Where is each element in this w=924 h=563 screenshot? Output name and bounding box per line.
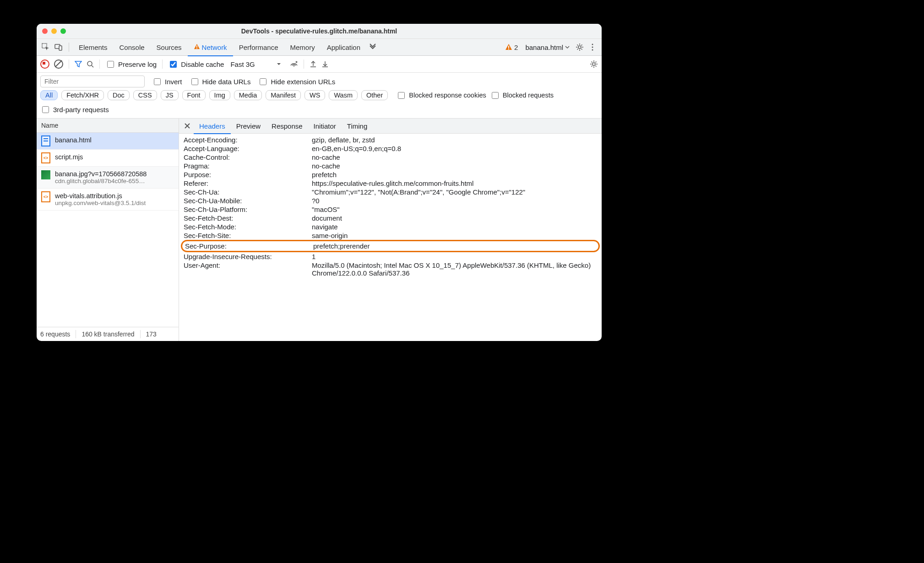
header-value: "macOS" — [312, 206, 597, 213]
tab-console[interactable]: Console — [114, 39, 151, 55]
disable-cache-checkbox[interactable]: Disable cache — [168, 60, 224, 69]
request-row[interactable]: banana.jpg?v=1705668720588cdn.glitch.glo… — [37, 167, 179, 189]
blocked-requests-checkbox[interactable]: Blocked requests — [490, 91, 554, 100]
request-row[interactable]: banana.html — [37, 133, 179, 150]
status-requests: 6 requests — [40, 330, 70, 338]
header-key: Referer: — [184, 179, 312, 187]
throttling-select[interactable]: Fast 3G — [228, 60, 285, 68]
header-value: https://speculative-rules.glitch.me/comm… — [312, 179, 597, 187]
devtools-window: DevTools - speculative-rules.glitch.me/b… — [37, 24, 602, 341]
header-value: Mozilla/5.0 (Macintosh; Intel Mac OS X 1… — [312, 261, 597, 277]
status-bar: 6 requests 160 kB transferred 173 — [37, 327, 179, 341]
img-file-icon — [41, 170, 50, 179]
context-selector[interactable]: banana.html — [522, 43, 573, 51]
header-row: Accept-Encoding:gzip, deflate, br, zstd — [184, 135, 597, 144]
type-chip-fetchxhr[interactable]: Fetch/XHR — [61, 90, 104, 100]
header-row: Upgrade-Insecure-Requests:1 — [184, 252, 597, 261]
request-list: banana.html<>script.mjsbanana.jpg?v=1705… — [37, 133, 179, 327]
header-row: Sec-Ch-Ua-Mobile:?0 — [184, 196, 597, 205]
header-row: Sec-Ch-Ua:"Chromium";v="122", "Not(A:Bra… — [184, 188, 597, 196]
header-value: prefetch;prerender — [313, 242, 596, 250]
type-chip-ws[interactable]: WS — [304, 90, 325, 100]
warnings-indicator[interactable]: 2 — [501, 43, 522, 51]
type-chip-doc[interactable]: Doc — [108, 90, 130, 100]
header-key: Accept-Encoding: — [184, 136, 312, 144]
type-chip-js[interactable]: JS — [161, 90, 179, 100]
tab-label: Elements — [79, 43, 108, 51]
header-key: Accept-Language: — [184, 145, 312, 152]
hide-data-urls-checkbox[interactable]: Hide data URLs — [190, 77, 251, 87]
tab-label: Application — [327, 43, 360, 51]
header-value: "Chromium";v="122", "Not(A:Brand";v="24"… — [312, 188, 597, 196]
detail-tab-initiator[interactable]: Initiator — [308, 119, 342, 133]
tab-application[interactable]: Application — [321, 39, 366, 55]
tab-sources[interactable]: Sources — [151, 39, 188, 55]
header-key: Sec-Fetch-Mode: — [184, 223, 312, 231]
detail-tab-preview[interactable]: Preview — [231, 119, 266, 133]
request-row[interactable]: <>script.mjs — [37, 150, 179, 167]
third-party-checkbox[interactable]: 3rd-party requests — [40, 105, 109, 114]
titlebar: DevTools - speculative-rules.glitch.me/b… — [37, 24, 602, 39]
preserve-log-checkbox[interactable]: Preserve log — [105, 60, 157, 69]
window-title: DevTools - speculative-rules.glitch.me/b… — [37, 27, 602, 35]
type-chip-img[interactable]: Img — [209, 90, 230, 100]
tab-memory[interactable]: Memory — [284, 39, 321, 55]
third-party-row: 3rd-party requests — [37, 103, 602, 119]
detail-tab-headers[interactable]: Headers — [194, 119, 231, 134]
svg-point-8 — [592, 44, 593, 45]
type-chip-all[interactable]: All — [40, 90, 58, 100]
header-value: 1 — [312, 253, 597, 260]
header-row: Referer:https://speculative-rules.glitch… — [184, 179, 597, 188]
clear-button[interactable] — [54, 60, 63, 69]
type-chip-font[interactable]: Font — [182, 90, 206, 100]
upload-har-icon[interactable] — [310, 60, 317, 68]
filter-input[interactable] — [40, 76, 145, 87]
tab-label: Console — [120, 43, 145, 51]
header-key: Sec-Ch-Ua: — [184, 188, 312, 196]
inspect-icon[interactable] — [39, 43, 52, 51]
invert-checkbox[interactable]: Invert — [152, 77, 182, 87]
svg-point-9 — [592, 47, 593, 48]
header-row: Accept-Language:en-GB,en-US;q=0.9,en;q=0… — [184, 144, 597, 153]
type-chip-css[interactable]: CSS — [133, 90, 157, 100]
blocked-cookies-checkbox[interactable]: Blocked response cookies — [396, 91, 486, 100]
tab-performance[interactable]: Performance — [233, 39, 284, 55]
svg-rect-6 — [508, 49, 509, 49]
detail-tab-response[interactable]: Response — [266, 119, 308, 133]
filter-row: Invert Hide data URLs Hide extension URL… — [37, 73, 602, 89]
js-file-icon: <> — [41, 192, 50, 201]
tab-elements[interactable]: Elements — [73, 39, 114, 55]
type-chip-wasm[interactable]: Wasm — [329, 90, 358, 100]
device-toggle-icon[interactable] — [52, 43, 65, 51]
request-row[interactable]: <>web-vitals.attribution.jsunpkg.com/web… — [37, 189, 179, 211]
request-domain: cdn.glitch.global/87b4c0fe-655… — [55, 178, 147, 184]
details-panel: HeadersPreviewResponseInitiatorTiming Ac… — [179, 119, 602, 341]
type-chip-media[interactable]: Media — [234, 90, 262, 100]
settings-icon[interactable] — [573, 43, 586, 51]
type-chip-other[interactable]: Other — [361, 90, 388, 100]
hide-ext-urls-checkbox[interactable]: Hide extension URLs — [258, 77, 335, 87]
tab-network[interactable]: Network — [188, 39, 233, 56]
tab-label: Network — [202, 43, 227, 51]
download-har-icon[interactable] — [321, 60, 329, 68]
detail-tab-timing[interactable]: Timing — [342, 119, 373, 133]
header-value: no-cache — [312, 153, 597, 161]
kebab-menu-icon[interactable] — [586, 43, 599, 51]
header-row: Cache-Control:no-cache — [184, 153, 597, 162]
record-button[interactable] — [40, 60, 49, 69]
svg-point-11 — [87, 61, 92, 66]
type-chip-manifest[interactable]: Manifest — [266, 90, 301, 100]
search-icon[interactable] — [87, 60, 94, 68]
close-icon — [184, 123, 190, 129]
detail-tabs: HeadersPreviewResponseInitiatorTiming — [179, 119, 602, 134]
disable-cache-label: Disable cache — [181, 60, 224, 68]
svg-rect-2 — [59, 46, 62, 50]
close-details-button[interactable] — [181, 123, 194, 129]
request-name: banana.jpg?v=1705668720588 — [55, 170, 147, 178]
more-tabs-icon[interactable] — [366, 43, 379, 51]
filter-toggle-icon[interactable] — [75, 60, 82, 68]
network-conditions-icon[interactable] — [290, 60, 298, 68]
list-header-name[interactable]: Name — [37, 119, 179, 133]
panel-settings-icon[interactable] — [590, 60, 598, 68]
svg-point-10 — [592, 49, 593, 51]
